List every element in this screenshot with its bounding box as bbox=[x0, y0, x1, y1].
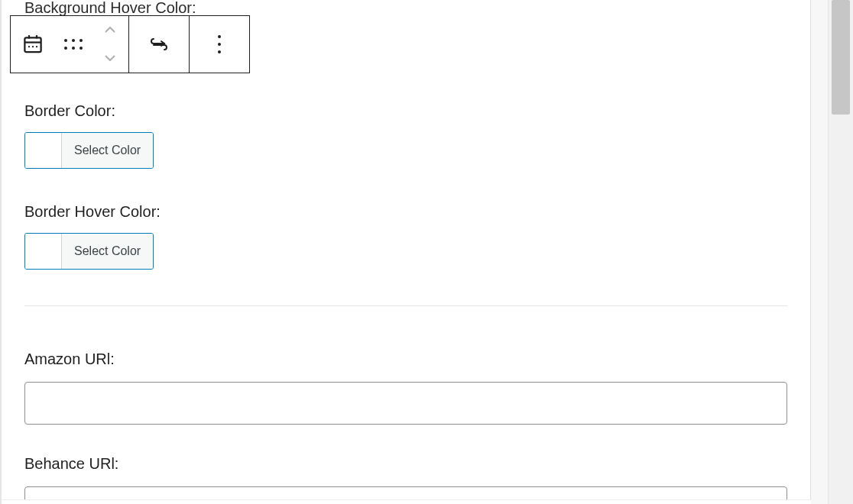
svg-point-5 bbox=[32, 46, 34, 47]
toolbar-segment-transform bbox=[129, 16, 190, 73]
border-color-label: Border Color: bbox=[24, 102, 787, 120]
transform-icon bbox=[148, 34, 170, 54]
move-buttons bbox=[92, 16, 128, 73]
more-options-button[interactable] bbox=[190, 16, 249, 73]
drag-handle[interactable] bbox=[55, 16, 92, 73]
behance-uri-label: Behance URl: bbox=[24, 455, 787, 473]
more-options-icon bbox=[218, 35, 221, 53]
border-hover-color-swatch[interactable] bbox=[25, 234, 62, 269]
settings-content: Background Hover Color: Border Color: Se… bbox=[2, 0, 810, 504]
amazon-uri-input[interactable] bbox=[24, 382, 787, 425]
border-color-field: Border Color: Select Color bbox=[24, 102, 787, 171]
border-color-swatch[interactable] bbox=[25, 133, 62, 168]
behance-uri-field: Behance URl: bbox=[24, 455, 787, 504]
page-scrollbar[interactable] bbox=[829, 0, 853, 504]
block-toolbar bbox=[10, 15, 250, 73]
drag-handle-icon bbox=[64, 39, 83, 50]
move-down-button[interactable] bbox=[92, 44, 128, 73]
border-hover-color-picker[interactable]: Select Color bbox=[24, 233, 154, 270]
transform-button[interactable] bbox=[129, 16, 189, 73]
section-divider bbox=[24, 305, 787, 306]
chevron-down-icon bbox=[103, 52, 117, 66]
block-type-button[interactable] bbox=[11, 16, 55, 73]
background-hover-color-label: Background Hover Color: bbox=[24, 0, 787, 17]
inner-bottom-edge bbox=[2, 499, 811, 504]
border-hover-color-field: Border Hover Color: Select Color bbox=[24, 203, 787, 272]
amazon-uri-field: Amazon URl: bbox=[24, 351, 787, 425]
border-hover-color-label: Border Hover Color: bbox=[24, 203, 787, 221]
settings-panel: Background Hover Color: Border Color: Se… bbox=[2, 0, 811, 499]
border-color-picker[interactable]: Select Color bbox=[24, 132, 154, 169]
inner-scrollbar[interactable] bbox=[811, 0, 828, 504]
settings-panel-outer: Background Hover Color: Border Color: Se… bbox=[0, 0, 829, 504]
chevron-up-icon bbox=[103, 24, 117, 37]
svg-rect-0 bbox=[24, 37, 41, 52]
toolbar-segment-block bbox=[11, 16, 129, 73]
toolbar-segment-more bbox=[190, 16, 249, 73]
svg-point-4 bbox=[28, 46, 30, 47]
amazon-uri-label: Amazon URl: bbox=[24, 351, 787, 368]
calendar-block-icon bbox=[21, 33, 44, 56]
move-up-button[interactable] bbox=[92, 16, 128, 44]
border-hover-color-select-button[interactable]: Select Color bbox=[62, 234, 153, 269]
svg-point-6 bbox=[36, 46, 37, 47]
page-scrollbar-thumb[interactable] bbox=[832, 0, 850, 115]
border-color-select-button[interactable]: Select Color bbox=[62, 133, 153, 168]
